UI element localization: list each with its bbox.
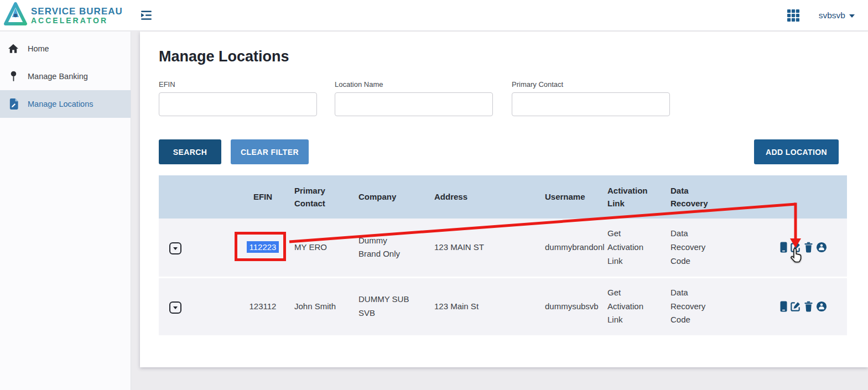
edit-icon[interactable] [790,242,801,253]
col-username-header: Username [545,175,607,219]
col-address-header: Address [434,175,545,219]
user-circle-icon[interactable] [816,242,827,253]
delete-icon[interactable] [804,242,813,253]
row-expander-icon[interactable] [169,301,181,314]
filter-primary-contact-label: Primary Contact [512,80,670,89]
get-activation-link[interactable]: Get Activation Link [607,219,671,277]
table-header-row: EFIN Primary Contact Company Address Use… [159,175,847,219]
topbar-right: svbsvb [787,0,855,31]
get-activation-link[interactable]: Get Activation Link [607,277,671,336]
username-cell: dummysubsvb [545,277,607,336]
sidebar-item-label: Manage Banking [28,72,88,81]
col-data-recovery-header: Data Recovery [671,175,780,219]
brand-line1: SERVICE BUREAU [31,7,123,17]
selected-efin-text: 112223 [247,241,279,253]
username-cell: dummybrandonl [545,219,607,277]
edit-document-icon [7,98,19,110]
filter-location-name: Location Name [335,80,493,116]
mobile-icon[interactable] [780,242,787,253]
data-recovery-code-link[interactable]: Data Recovery Code [671,219,780,277]
company-cell: Dummy Brand Only [358,219,434,277]
user-menu-label: svbsvb [819,11,845,20]
top-bar: SERVICE BUREAU ACCELERATOR svbsvb [0,0,868,31]
filter-efin-label: EFIN [159,80,317,89]
locations-table: EFIN Primary Contact Company Address Use… [159,175,847,337]
col-primary-contact-header: Primary Contact [294,175,358,219]
page-title: Manage Locations [159,48,289,65]
actions-cell [780,219,847,277]
filter-efin: EFIN [159,80,317,116]
primary-contact-input[interactable] [512,92,670,116]
sidebar-item-home[interactable]: Home [0,35,131,63]
col-activation-link-header: Activation Link [607,175,671,219]
col-expander [159,175,231,219]
manage-locations-card: Manage Locations EFIN Location Name Prim… [140,32,868,367]
filter-location-name-label: Location Name [335,80,493,89]
table-row: 112223 MY ERO Dummy Brand Only 123 MAIN … [159,219,847,277]
edit-icon[interactable] [790,301,801,312]
row-expander-icon[interactable] [169,242,181,254]
efin-cell: 123112 [231,277,294,336]
sidebar-collapse-icon[interactable] [139,8,154,23]
address-cell: 123 Main St [434,277,545,336]
address-cell: 123 MAIN ST [434,219,545,277]
efin-input[interactable] [159,92,317,116]
sidebar: Home Manage Banking Manage Locations [0,32,131,390]
sidebar-item-label: Manage Locations [28,100,93,108]
search-button[interactable]: SEARCH [159,139,221,164]
add-location-button[interactable]: ADD LOCATION [754,139,839,164]
chevron-down-icon [849,14,855,18]
col-company-header: Company [358,175,434,219]
mobile-icon[interactable] [780,301,787,312]
user-circle-icon[interactable] [816,301,827,312]
sidebar-item-label: Home [28,44,49,53]
brand-logo: SERVICE BUREAU ACCELERATOR [3,2,131,29]
app-page: SERVICE BUREAU ACCELERATOR svbsvb [0,0,868,390]
brand-mark-icon [3,2,28,29]
apps-grid-icon[interactable] [787,9,800,22]
pin-icon [7,71,19,82]
efin-cell: 112223 [231,219,294,277]
brand-line2: ACCELERATOR [31,17,123,25]
primary-contact-cell: John Smith [294,277,358,336]
sidebar-item-manage-locations[interactable]: Manage Locations [0,90,131,118]
home-icon [7,44,19,54]
clear-filter-button[interactable]: CLEAR FILTER [231,139,309,164]
data-recovery-code-link[interactable]: Data Recovery Code [671,277,780,336]
company-cell: DUMMY SUB SVB [358,277,434,336]
filter-primary-contact: Primary Contact [512,80,670,116]
sidebar-item-manage-banking[interactable]: Manage Banking [0,63,131,90]
table-row: 123112 John Smith DUMMY SUB SVB 123 Main… [159,277,847,336]
user-menu[interactable]: svbsvb [819,11,855,20]
primary-contact-cell: MY ERO [294,219,358,277]
col-efin-header: EFIN [231,175,294,219]
brand-text: SERVICE BUREAU ACCELERATOR [31,7,123,25]
delete-icon[interactable] [804,301,813,312]
col-actions [780,175,847,219]
actions-cell [780,277,847,336]
location-name-input[interactable] [335,92,493,116]
